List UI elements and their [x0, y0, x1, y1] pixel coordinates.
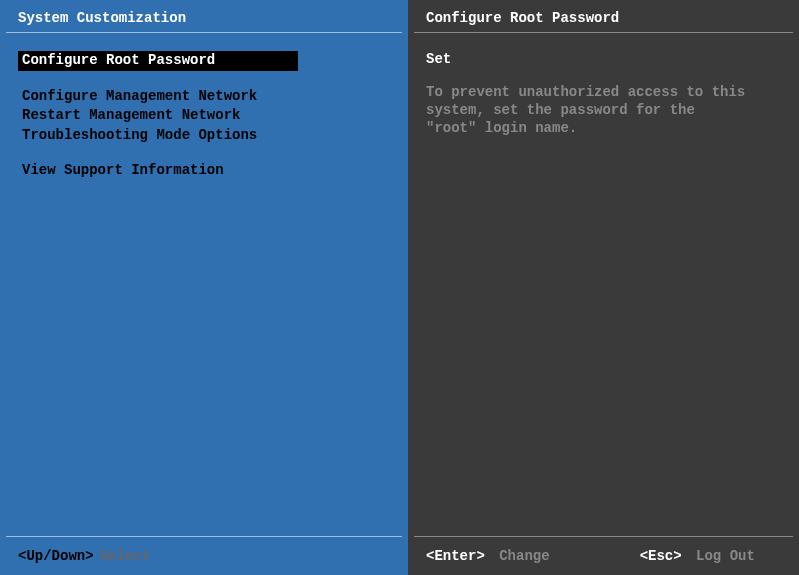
right-description-text: To prevent unauthorized access to this s…: [426, 83, 746, 138]
left-panel-body: Configure Root Password Configure Manage…: [0, 33, 408, 536]
left-panel: System Customization Configure Root Pass…: [0, 0, 408, 536]
main-container: System Customization Configure Root Pass…: [0, 0, 799, 536]
key-updown-action: Select: [100, 548, 150, 564]
key-enter-label: <Enter>: [426, 548, 485, 564]
footer-esc-group: <Esc> Log Out: [640, 548, 755, 564]
key-esc-action: Log Out: [696, 548, 755, 564]
right-panel-body: Set To prevent unauthorized access to th…: [408, 33, 799, 536]
key-enter-action: Change: [499, 548, 549, 564]
menu-spacer: [18, 145, 390, 161]
footer-right: <Enter> Change <Esc> Log Out: [408, 537, 799, 575]
menu-item-troubleshooting-mode-options[interactable]: Troubleshooting Mode Options: [18, 126, 390, 146]
right-panel-title: Configure Root Password: [408, 0, 799, 32]
left-panel-title: System Customization: [0, 0, 408, 32]
key-esc-label: <Esc>: [640, 548, 682, 564]
menu-item-configure-management-network[interactable]: Configure Management Network: [18, 87, 390, 107]
footer-enter-group: <Enter> Change: [426, 548, 550, 564]
menu-item-view-support-information[interactable]: View Support Information: [18, 161, 390, 181]
right-status-text: Set: [426, 51, 781, 67]
key-updown-label: <Up/Down>: [18, 548, 94, 564]
right-panel: Configure Root Password Set To prevent u…: [408, 0, 799, 536]
menu-item-restart-management-network[interactable]: Restart Management Network: [18, 106, 390, 126]
footer: <Up/Down> Select <Enter> Change <Esc> Lo…: [0, 537, 799, 575]
menu-spacer: [18, 71, 390, 87]
menu-item-configure-root-password[interactable]: Configure Root Password: [18, 51, 298, 71]
footer-left: <Up/Down> Select: [0, 537, 408, 575]
